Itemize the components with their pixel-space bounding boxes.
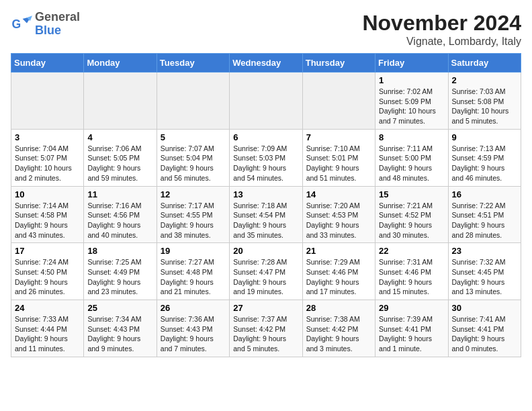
calendar-cell: 6Sunrise: 7:09 AM Sunset: 5:03 PM Daylig… bbox=[230, 129, 302, 186]
day-info: Sunrise: 7:36 AM Sunset: 4:43 PM Dayligh… bbox=[161, 314, 226, 354]
calendar-cell: 16Sunrise: 7:22 AM Sunset: 4:51 PM Dayli… bbox=[448, 186, 521, 243]
day-info: Sunrise: 7:33 AM Sunset: 4:44 PM Dayligh… bbox=[15, 314, 80, 354]
day-number: 20 bbox=[233, 246, 298, 256]
day-info: Sunrise: 7:39 AM Sunset: 4:41 PM Dayligh… bbox=[379, 314, 444, 354]
calendar-cell: 2Sunrise: 7:03 AM Sunset: 5:08 PM Daylig… bbox=[448, 73, 521, 130]
day-info: Sunrise: 7:10 AM Sunset: 5:01 PM Dayligh… bbox=[306, 144, 371, 183]
calendar-cell: 14Sunrise: 7:20 AM Sunset: 4:53 PM Dayli… bbox=[302, 186, 375, 243]
day-number: 13 bbox=[233, 189, 298, 199]
day-number: 6 bbox=[233, 132, 298, 142]
day-info: Sunrise: 7:03 AM Sunset: 5:08 PM Dayligh… bbox=[452, 87, 517, 126]
calendar-week-row: 24Sunrise: 7:33 AM Sunset: 4:44 PM Dayli… bbox=[11, 300, 521, 357]
calendar-cell: 7Sunrise: 7:10 AM Sunset: 5:01 PM Daylig… bbox=[302, 129, 375, 186]
calendar-cell: 10Sunrise: 7:14 AM Sunset: 4:58 PM Dayli… bbox=[11, 186, 84, 243]
logo-text: General Blue bbox=[35, 11, 80, 38]
title-block: November 2024 Vignate, Lombardy, Italy bbox=[362, 11, 521, 48]
calendar-cell: 27Sunrise: 7:37 AM Sunset: 4:42 PM Dayli… bbox=[230, 300, 302, 357]
day-number: 28 bbox=[306, 303, 371, 313]
logo: G General Blue bbox=[11, 11, 80, 38]
day-number: 16 bbox=[452, 189, 517, 199]
weekday-header-thursday: Thursday bbox=[302, 54, 375, 73]
day-number: 1 bbox=[379, 75, 444, 85]
day-info: Sunrise: 7:25 AM Sunset: 4:49 PM Dayligh… bbox=[87, 257, 152, 297]
calendar-cell: 20Sunrise: 7:28 AM Sunset: 4:47 PM Dayli… bbox=[230, 243, 302, 300]
day-info: Sunrise: 7:17 AM Sunset: 4:55 PM Dayligh… bbox=[161, 201, 226, 240]
day-number: 29 bbox=[379, 303, 444, 313]
day-number: 25 bbox=[87, 303, 152, 313]
calendar-cell: 9Sunrise: 7:13 AM Sunset: 4:59 PM Daylig… bbox=[448, 129, 521, 186]
calendar-cell: 28Sunrise: 7:38 AM Sunset: 4:42 PM Dayli… bbox=[302, 300, 375, 357]
day-info: Sunrise: 7:28 AM Sunset: 4:47 PM Dayligh… bbox=[233, 257, 298, 297]
calendar-cell: 24Sunrise: 7:33 AM Sunset: 4:44 PM Dayli… bbox=[11, 300, 84, 357]
calendar-week-row: 17Sunrise: 7:24 AM Sunset: 4:50 PM Dayli… bbox=[11, 243, 521, 300]
calendar-cell: 12Sunrise: 7:17 AM Sunset: 4:55 PM Dayli… bbox=[157, 186, 229, 243]
calendar-cell: 8Sunrise: 7:11 AM Sunset: 5:00 PM Daylig… bbox=[375, 129, 448, 186]
day-info: Sunrise: 7:24 AM Sunset: 4:50 PM Dayligh… bbox=[15, 257, 80, 297]
calendar-cell: 21Sunrise: 7:29 AM Sunset: 4:46 PM Dayli… bbox=[302, 243, 375, 300]
logo-icon: G bbox=[11, 13, 32, 35]
day-info: Sunrise: 7:02 AM Sunset: 5:09 PM Dayligh… bbox=[379, 87, 444, 126]
day-number: 5 bbox=[161, 132, 226, 142]
day-info: Sunrise: 7:13 AM Sunset: 4:59 PM Dayligh… bbox=[452, 144, 517, 183]
day-info: Sunrise: 7:18 AM Sunset: 4:54 PM Dayligh… bbox=[233, 201, 298, 240]
day-info: Sunrise: 7:34 AM Sunset: 4:43 PM Dayligh… bbox=[87, 314, 152, 354]
day-number: 3 bbox=[15, 132, 80, 142]
day-number: 4 bbox=[87, 132, 152, 142]
calendar-cell: 17Sunrise: 7:24 AM Sunset: 4:50 PM Dayli… bbox=[11, 243, 84, 300]
weekday-header-saturday: Saturday bbox=[448, 54, 521, 73]
day-info: Sunrise: 7:14 AM Sunset: 4:58 PM Dayligh… bbox=[15, 201, 80, 240]
calendar-table: SundayMondayTuesdayWednesdayThursdayFrid… bbox=[11, 53, 521, 357]
weekday-header-tuesday: Tuesday bbox=[157, 54, 229, 73]
calendar-cell: 23Sunrise: 7:32 AM Sunset: 4:45 PM Dayli… bbox=[448, 243, 521, 300]
weekday-header-row: SundayMondayTuesdayWednesdayThursdayFrid… bbox=[11, 54, 521, 73]
day-info: Sunrise: 7:37 AM Sunset: 4:42 PM Dayligh… bbox=[233, 314, 298, 354]
calendar-body: 1Sunrise: 7:02 AM Sunset: 5:09 PM Daylig… bbox=[11, 73, 521, 357]
weekday-header-sunday: Sunday bbox=[11, 54, 84, 73]
day-info: Sunrise: 7:09 AM Sunset: 5:03 PM Dayligh… bbox=[233, 144, 298, 183]
day-number: 30 bbox=[452, 303, 517, 313]
calendar-cell: 15Sunrise: 7:21 AM Sunset: 4:52 PM Dayli… bbox=[375, 186, 448, 243]
day-info: Sunrise: 7:27 AM Sunset: 4:48 PM Dayligh… bbox=[161, 257, 226, 297]
day-number: 19 bbox=[161, 246, 226, 256]
weekday-header-friday: Friday bbox=[375, 54, 448, 73]
page-header: G General Blue November 2024 Vignate, Lo… bbox=[11, 11, 521, 48]
calendar-cell: 3Sunrise: 7:04 AM Sunset: 5:07 PM Daylig… bbox=[11, 129, 84, 186]
calendar-cell: 5Sunrise: 7:07 AM Sunset: 5:04 PM Daylig… bbox=[157, 129, 229, 186]
day-number: 11 bbox=[87, 189, 152, 199]
day-number: 26 bbox=[161, 303, 226, 313]
day-number: 21 bbox=[306, 246, 371, 256]
day-number: 8 bbox=[379, 132, 444, 142]
day-info: Sunrise: 7:16 AM Sunset: 4:56 PM Dayligh… bbox=[87, 201, 152, 240]
day-number: 14 bbox=[306, 189, 371, 199]
day-number: 23 bbox=[452, 246, 517, 256]
day-info: Sunrise: 7:07 AM Sunset: 5:04 PM Dayligh… bbox=[161, 144, 226, 183]
logo-line1: General bbox=[35, 11, 80, 24]
day-number: 9 bbox=[452, 132, 517, 142]
day-info: Sunrise: 7:41 AM Sunset: 4:41 PM Dayligh… bbox=[452, 314, 517, 354]
day-number: 12 bbox=[161, 189, 226, 199]
day-info: Sunrise: 7:06 AM Sunset: 5:05 PM Dayligh… bbox=[87, 144, 152, 183]
day-number: 2 bbox=[452, 75, 517, 85]
weekday-header-monday: Monday bbox=[84, 54, 157, 73]
calendar-cell bbox=[84, 73, 157, 130]
calendar-cell: 11Sunrise: 7:16 AM Sunset: 4:56 PM Dayli… bbox=[84, 186, 157, 243]
calendar-cell: 30Sunrise: 7:41 AM Sunset: 4:41 PM Dayli… bbox=[448, 300, 521, 357]
calendar-cell bbox=[11, 73, 84, 130]
calendar-week-row: 3Sunrise: 7:04 AM Sunset: 5:07 PM Daylig… bbox=[11, 129, 521, 186]
calendar-week-row: 10Sunrise: 7:14 AM Sunset: 4:58 PM Dayli… bbox=[11, 186, 521, 243]
day-number: 27 bbox=[233, 303, 298, 313]
calendar-cell: 29Sunrise: 7:39 AM Sunset: 4:41 PM Dayli… bbox=[375, 300, 448, 357]
day-number: 17 bbox=[15, 246, 80, 256]
calendar-cell bbox=[302, 73, 375, 130]
day-number: 15 bbox=[379, 189, 444, 199]
calendar-cell: 26Sunrise: 7:36 AM Sunset: 4:43 PM Dayli… bbox=[157, 300, 229, 357]
calendar-cell: 18Sunrise: 7:25 AM Sunset: 4:49 PM Dayli… bbox=[84, 243, 157, 300]
day-number: 10 bbox=[15, 189, 80, 199]
day-info: Sunrise: 7:04 AM Sunset: 5:07 PM Dayligh… bbox=[15, 144, 80, 183]
svg-text:G: G bbox=[12, 17, 21, 31]
calendar-header: SundayMondayTuesdayWednesdayThursdayFrid… bbox=[11, 54, 521, 73]
calendar-cell bbox=[157, 73, 229, 130]
calendar-cell: 1Sunrise: 7:02 AM Sunset: 5:09 PM Daylig… bbox=[375, 73, 448, 130]
day-info: Sunrise: 7:22 AM Sunset: 4:51 PM Dayligh… bbox=[452, 201, 517, 240]
calendar-cell: 22Sunrise: 7:31 AM Sunset: 4:46 PM Dayli… bbox=[375, 243, 448, 300]
